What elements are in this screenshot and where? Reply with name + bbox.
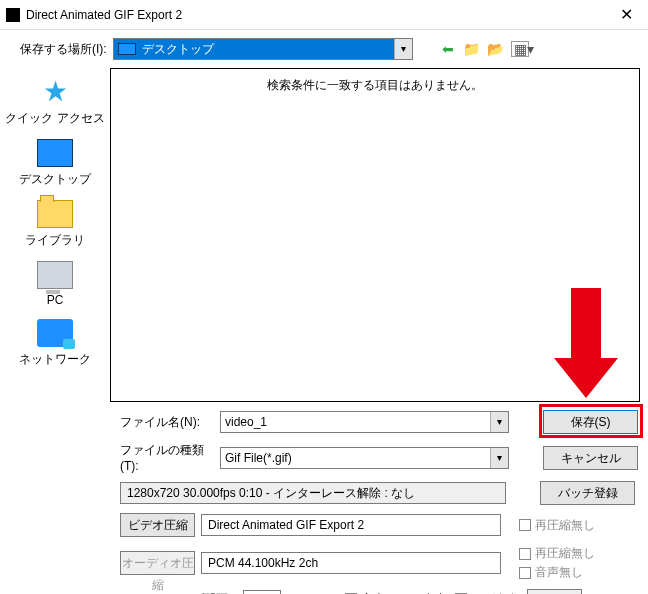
- video-codec: Direct Animated GIF Export 2: [201, 514, 501, 536]
- save-location-dropdown[interactable]: デスクトップ ▾: [113, 38, 413, 60]
- checkbox-label: 音声無し: [535, 564, 583, 581]
- audio-no-recompress-checkbox: 再圧縮無し: [519, 545, 595, 562]
- annotation-highlight: [539, 404, 643, 438]
- video-no-recompress-checkbox: 再圧縮無し: [519, 517, 595, 534]
- media-summary: 1280x720 30.000fps 0:10 - インターレース解除 : なし: [120, 482, 506, 504]
- ex-info-button: Ex.info: [527, 589, 582, 594]
- desktop-icon: [118, 43, 136, 55]
- annotation-arrow: [554, 288, 618, 398]
- desktop-icon: [37, 139, 73, 167]
- save-location-value: デスクトップ: [142, 41, 214, 58]
- star-icon: ★: [37, 78, 73, 106]
- pc-icon: [37, 261, 73, 289]
- checkbox-label: 音声をWAV出力: [361, 591, 447, 595]
- place-pc[interactable]: PC: [37, 261, 73, 307]
- place-desktop[interactable]: デスクトップ: [19, 139, 91, 188]
- filetype-dropdown[interactable]: ▾: [220, 447, 509, 469]
- audio-codec: PCM 44.100kHz 2ch: [201, 552, 501, 574]
- checkbox-label: 再圧縮無し: [535, 545, 595, 562]
- chevron-down-icon[interactable]: ▾: [394, 39, 412, 59]
- filename-input[interactable]: [221, 412, 508, 432]
- place-label: ネットワーク: [19, 351, 91, 368]
- chevron-down-icon[interactable]: ▾: [490, 448, 508, 468]
- filetype-value: [221, 448, 508, 468]
- nav-back-icon[interactable]: ⬅: [439, 41, 457, 57]
- checkbox-label: ログ出力: [471, 591, 519, 595]
- folder-icon: [37, 200, 73, 228]
- wav-output-checkbox[interactable]: 音声をWAV出力: [345, 591, 447, 595]
- filename-label: ファイル名(N):: [120, 414, 210, 431]
- place-label: PC: [37, 293, 73, 307]
- empty-message: 検索条件に一致する項目はありません。: [267, 78, 483, 92]
- filetype-label: ファイルの種類(T):: [120, 442, 210, 473]
- save-location-label: 保存する場所(I):: [20, 41, 107, 58]
- no-audio-checkbox: 音声無し: [519, 564, 595, 581]
- filename-field[interactable]: ▾: [220, 411, 509, 433]
- interleave-unit: フレーム: [289, 591, 337, 595]
- nav-new-folder-icon[interactable]: 📂: [487, 41, 505, 57]
- network-icon: [37, 319, 73, 347]
- checkbox-label: 再圧縮無し: [535, 517, 595, 534]
- interleave-label: インターリーブ間隔 :: [120, 591, 235, 595]
- batch-register-button[interactable]: バッチ登録: [540, 481, 635, 505]
- log-output-checkbox: ログ出力: [455, 591, 519, 595]
- place-label: ライブラリ: [25, 232, 85, 249]
- place-libraries[interactable]: ライブラリ: [25, 200, 85, 249]
- video-compress-button[interactable]: ビデオ圧縮: [120, 513, 195, 537]
- cancel-button[interactable]: キャンセル: [543, 446, 638, 470]
- chevron-down-icon[interactable]: ▾: [490, 412, 508, 432]
- place-network[interactable]: ネットワーク: [19, 319, 91, 368]
- window-title: Direct Animated GIF Export 2: [26, 8, 606, 22]
- place-quick-access[interactable]: ★ クイック アクセス: [5, 78, 104, 127]
- close-button[interactable]: ✕: [606, 1, 646, 29]
- place-label: クイック アクセス: [5, 110, 104, 127]
- place-label: デスクトップ: [19, 171, 91, 188]
- audio-compress-button: オーディオ圧縮: [120, 551, 195, 575]
- nav-view-icon[interactable]: ▦▾: [511, 41, 529, 57]
- places-sidebar: ★ クイック アクセス デスクトップ ライブラリ PC ネットワーク: [0, 68, 110, 408]
- app-icon: [6, 8, 20, 22]
- nav-up-icon[interactable]: 📁: [463, 41, 481, 57]
- interleave-input[interactable]: [243, 590, 281, 595]
